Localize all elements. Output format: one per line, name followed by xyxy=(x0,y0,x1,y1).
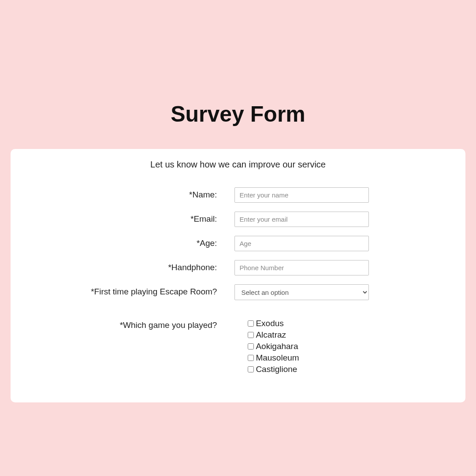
games-checkbox-group: Exodus Alcatraz Aokigahara Mausoleum Cas… xyxy=(234,318,369,376)
game-checkbox-exodus[interactable] xyxy=(248,320,254,327)
game-checkbox-mausoleum[interactable] xyxy=(248,355,254,361)
form-subtitle: Let us know how we can improve our servi… xyxy=(28,160,448,170)
name-label: *Name: xyxy=(28,187,217,200)
firsttime-select[interactable]: Select an option xyxy=(234,284,369,300)
game-option-mausoleum[interactable]: Mausoleum xyxy=(248,353,369,363)
game-label-mausoleum: Mausoleum xyxy=(256,353,299,363)
game-option-alcatraz[interactable]: Alcatraz xyxy=(248,330,369,340)
name-input[interactable] xyxy=(234,187,369,203)
game-option-aokigahara[interactable]: Aokigahara xyxy=(248,342,369,351)
game-checkbox-aokigahara[interactable] xyxy=(248,343,254,350)
game-label-aokigahara: Aokigahara xyxy=(256,342,298,351)
email-input[interactable] xyxy=(234,212,369,227)
game-label-castiglione: Castiglione xyxy=(256,364,297,374)
handphone-row: *Handphone: xyxy=(28,260,448,275)
game-label-alcatraz: Alcatraz xyxy=(256,330,286,340)
age-input[interactable] xyxy=(234,236,369,251)
age-label: *Age: xyxy=(28,236,217,248)
survey-form-card: Let us know how we can improve our servi… xyxy=(11,149,465,402)
firsttime-label: *First time playing Escape Room? xyxy=(28,284,217,297)
firsttime-row: *First time playing Escape Room? Select … xyxy=(28,284,448,300)
game-checkbox-castiglione[interactable] xyxy=(248,366,254,372)
games-label: *Which game you played? xyxy=(28,318,217,330)
game-option-castiglione[interactable]: Castiglione xyxy=(248,364,369,374)
page-title: Survey Form xyxy=(0,0,476,149)
handphone-input[interactable] xyxy=(234,260,369,275)
game-checkbox-alcatraz[interactable] xyxy=(248,332,254,338)
name-row: *Name: xyxy=(28,187,448,203)
age-row: *Age: xyxy=(28,236,448,251)
game-label-exodus: Exodus xyxy=(256,319,283,328)
games-row: *Which game you played? Exodus Alcatraz … xyxy=(28,318,448,376)
email-label: *Email: xyxy=(28,212,217,224)
email-row: *Email: xyxy=(28,212,448,227)
game-option-exodus[interactable]: Exodus xyxy=(248,319,369,328)
handphone-label: *Handphone: xyxy=(28,260,217,272)
